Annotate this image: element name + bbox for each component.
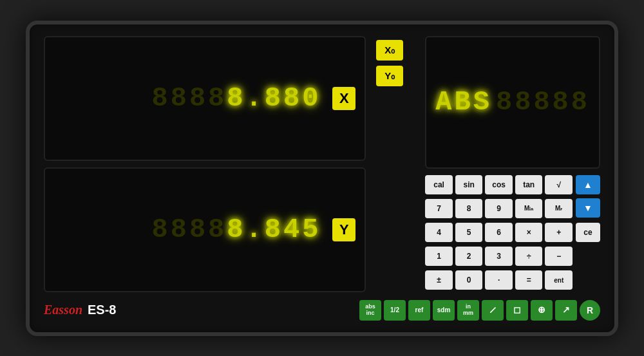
abs-dim-chars: 88888	[496, 87, 590, 118]
key-dot[interactable]: ·	[485, 270, 513, 290]
key-3[interactable]: 3	[485, 247, 513, 266]
ref-button[interactable]: ref	[408, 300, 430, 321]
key-plus[interactable]: +	[545, 223, 573, 242]
abs-inc-button[interactable]: absinc	[359, 300, 381, 321]
device-body: 8888 8.880 X 8888 8.845 Y X₀ Y₀	[26, 21, 618, 336]
axis-zero-panel: X₀ Y₀	[376, 40, 415, 86]
keypad-panel: cal sin cos tan √ 7 8 9 Mᵢₙ Mᵣ 4 5 6 ×	[425, 175, 600, 292]
key-5[interactable]: 5	[455, 223, 483, 242]
x-display-row: 8888 8.880 X	[44, 36, 366, 161]
key-ent[interactable]: ent	[545, 270, 573, 290]
y-dim-display: 8888 8.845	[54, 214, 326, 245]
x-axis-label: X	[332, 87, 355, 110]
function-buttons: absinc 1/2 ref sdm inmm ⟋ ◻ ⊕ ↗ R	[359, 300, 600, 321]
key-8[interactable]: 8	[455, 199, 483, 218]
key-7[interactable]: 7	[425, 199, 453, 218]
key-6[interactable]: 6	[485, 223, 513, 242]
sdm-button[interactable]: sdm	[433, 300, 455, 321]
x-value: 8.880	[227, 83, 321, 114]
key-9[interactable]: 9	[485, 199, 513, 218]
top-section: 8888 8.880 X 8888 8.845 Y X₀ Y₀	[44, 36, 600, 292]
key-plusminus[interactable]: ±	[425, 270, 453, 290]
line-icon-button[interactable]: ⟋	[482, 300, 504, 321]
key-min[interactable]: Mᵢₙ	[515, 199, 543, 218]
down-arrow-button[interactable]: ▼	[576, 198, 600, 218]
key-cos[interactable]: cos	[485, 175, 513, 194]
x-dim-chars: 8888	[151, 83, 227, 114]
keypad-grid: cal sin cos tan √ 7 8 9 Mᵢₙ Mᵣ 4 5 6 ×	[425, 175, 573, 292]
zero-buttons-panel: X₀ Y₀	[376, 36, 415, 292]
y-value: 8.845	[227, 214, 321, 245]
y-axis-label: Y	[332, 218, 355, 241]
bottom-bar: Easson ES-8 absinc 1/2 ref sdm inmm ⟋ ◻ …	[44, 297, 600, 321]
key-2[interactable]: 2	[455, 247, 483, 266]
key-4[interactable]: 4	[425, 223, 453, 242]
erase-icon-button[interactable]: ◻	[506, 300, 528, 321]
key-divide[interactable]: ÷	[515, 247, 543, 266]
brand-section: Easson ES-8	[44, 303, 117, 317]
key-tan[interactable]: tan	[515, 175, 543, 194]
abs-panel: ABS 88888 cal sin cos tan √ 7 8 9 Mᵢₙ Mᵣ	[425, 36, 600, 292]
key-1[interactable]: 1	[425, 247, 453, 266]
abs-display: ABS 88888	[425, 36, 600, 169]
brand-name: Easson	[44, 303, 82, 317]
key-ce[interactable]: ce	[576, 223, 600, 242]
up-arrow-button[interactable]: ▲	[576, 175, 600, 194]
key-0[interactable]: 0	[455, 270, 483, 290]
y0-button[interactable]: Y₀	[376, 66, 403, 86]
key-cal[interactable]: cal	[425, 175, 453, 194]
right-keys: ▲ ▼ ce	[576, 175, 600, 292]
key-sin[interactable]: sin	[455, 175, 483, 194]
circle-icon-button[interactable]: ⊕	[531, 300, 553, 321]
brand-model: ES-8	[88, 303, 116, 317]
key-equals[interactable]: =	[515, 270, 543, 290]
key-multiply[interactable]: ×	[515, 223, 543, 242]
abs-label: ABS	[435, 87, 492, 118]
x-dim-display: 8888 8.880	[54, 83, 326, 114]
key-minus[interactable]: −	[545, 247, 573, 266]
y-dim-chars: 8888	[151, 214, 227, 245]
half-button[interactable]: 1/2	[384, 300, 406, 321]
key-mr[interactable]: Mᵣ	[545, 199, 573, 218]
displays-section: 8888 8.880 X 8888 8.845 Y	[44, 36, 366, 292]
in-mm-button[interactable]: inmm	[457, 300, 479, 321]
key-sqrt[interactable]: √	[545, 175, 573, 194]
angle-icon-button[interactable]: ↗	[555, 300, 577, 321]
y-display-row: 8888 8.845 Y	[44, 167, 366, 292]
x0-button[interactable]: X₀	[376, 40, 403, 61]
r-button[interactable]: R	[580, 300, 600, 321]
